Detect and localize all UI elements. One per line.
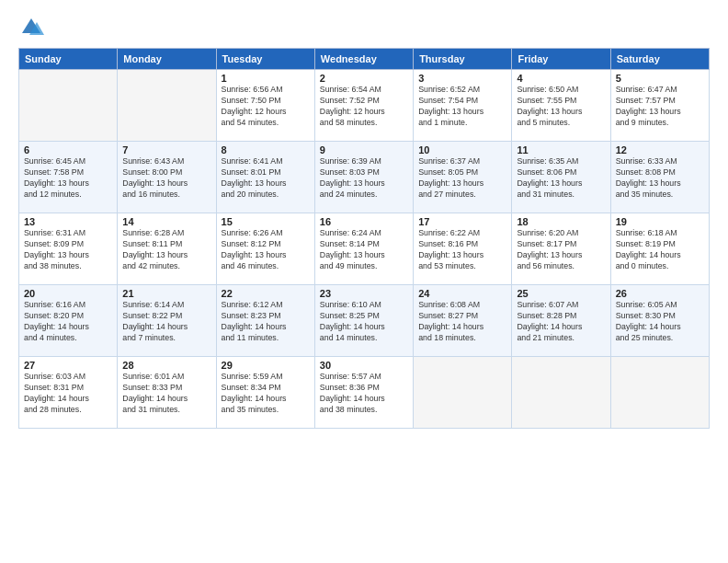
day-cell: 27Sunrise: 6:03 AM Sunset: 8:31 PM Dayli… [19,357,118,429]
day-info: Sunrise: 6:41 AM Sunset: 8:01 PM Dayligh… [222,156,310,201]
day-info: Sunrise: 6:45 AM Sunset: 7:58 PM Dayligh… [24,156,112,201]
day-cell: 18Sunrise: 6:20 AM Sunset: 8:17 PM Dayli… [512,213,610,285]
day-cell: 7Sunrise: 6:43 AM Sunset: 8:00 PM Daylig… [118,142,216,213]
day-cell: 6Sunrise: 6:45 AM Sunset: 7:58 PM Daylig… [19,142,118,213]
week-row-4: 20Sunrise: 6:16 AM Sunset: 8:20 PM Dayli… [19,285,710,357]
day-cell: 21Sunrise: 6:14 AM Sunset: 8:22 PM Dayli… [118,285,216,357]
day-info: Sunrise: 6:08 AM Sunset: 8:27 PM Dayligh… [418,300,506,344]
day-cell: 11Sunrise: 6:35 AM Sunset: 8:06 PM Dayli… [512,142,610,213]
day-cell: 29Sunrise: 5:59 AM Sunset: 8:34 PM Dayli… [216,357,314,429]
day-info: Sunrise: 6:56 AM Sunset: 7:50 PM Dayligh… [222,85,310,129]
day-number: 14 [122,216,210,227]
day-number: 13 [24,216,112,227]
weekday-friday: Friday [512,49,610,70]
day-number: 30 [320,360,408,371]
weekday-header-row: SundayMondayTuesdayWednesdayThursdayFrid… [19,49,710,70]
day-number: 22 [222,288,310,299]
day-cell: 30Sunrise: 5:57 AM Sunset: 8:36 PM Dayli… [314,357,413,429]
day-cell: 26Sunrise: 6:05 AM Sunset: 8:30 PM Dayli… [610,285,709,357]
day-info: Sunrise: 6:05 AM Sunset: 8:30 PM Dayligh… [616,300,704,344]
day-cell [414,357,512,429]
logo [18,15,48,40]
day-info: Sunrise: 6:22 AM Sunset: 8:16 PM Dayligh… [418,228,506,272]
day-info: Sunrise: 6:18 AM Sunset: 8:19 PM Dayligh… [616,228,704,272]
day-number: 8 [222,144,310,155]
day-cell [19,70,118,142]
day-number: 19 [616,216,704,227]
day-info: Sunrise: 6:01 AM Sunset: 8:33 PM Dayligh… [122,372,210,416]
day-number: 16 [320,216,408,227]
day-cell: 4Sunrise: 6:50 AM Sunset: 7:55 PM Daylig… [512,70,610,142]
day-cell: 16Sunrise: 6:24 AM Sunset: 8:14 PM Dayli… [314,213,413,285]
day-info: Sunrise: 6:24 AM Sunset: 8:14 PM Dayligh… [320,228,408,272]
day-number: 23 [320,288,408,299]
day-number: 24 [418,288,506,299]
day-cell: 14Sunrise: 6:28 AM Sunset: 8:11 PM Dayli… [118,213,216,285]
day-number: 27 [24,360,112,371]
day-cell: 8Sunrise: 6:41 AM Sunset: 8:01 PM Daylig… [216,142,314,213]
weekday-sunday: Sunday [19,49,118,70]
day-info: Sunrise: 6:47 AM Sunset: 7:57 PM Dayligh… [616,85,704,129]
day-number: 4 [517,73,605,84]
day-cell: 1Sunrise: 6:56 AM Sunset: 7:50 PM Daylig… [216,70,314,142]
day-info: Sunrise: 6:39 AM Sunset: 8:03 PM Dayligh… [320,156,408,201]
day-number: 15 [222,216,310,227]
day-number: 25 [517,288,605,299]
day-cell: 9Sunrise: 6:39 AM Sunset: 8:03 PM Daylig… [314,142,413,213]
day-cell: 3Sunrise: 6:52 AM Sunset: 7:54 PM Daylig… [414,70,512,142]
day-number: 2 [320,73,408,84]
day-info: Sunrise: 6:31 AM Sunset: 8:09 PM Dayligh… [24,228,112,272]
day-info: Sunrise: 6:54 AM Sunset: 7:52 PM Dayligh… [320,85,408,129]
day-number: 10 [418,144,506,155]
day-number: 20 [24,288,112,299]
day-cell: 13Sunrise: 6:31 AM Sunset: 8:09 PM Dayli… [19,213,118,285]
day-number: 6 [24,144,112,155]
day-number: 9 [320,144,408,155]
day-cell: 15Sunrise: 6:26 AM Sunset: 8:12 PM Dayli… [216,213,314,285]
week-row-3: 13Sunrise: 6:31 AM Sunset: 8:09 PM Dayli… [19,213,710,285]
day-number: 29 [222,360,310,371]
day-cell: 23Sunrise: 6:10 AM Sunset: 8:25 PM Dayli… [314,285,413,357]
day-info: Sunrise: 6:37 AM Sunset: 8:05 PM Dayligh… [418,156,506,201]
day-cell: 17Sunrise: 6:22 AM Sunset: 8:16 PM Dayli… [414,213,512,285]
day-info: Sunrise: 6:26 AM Sunset: 8:12 PM Dayligh… [222,228,310,272]
week-row-2: 6Sunrise: 6:45 AM Sunset: 7:58 PM Daylig… [19,142,710,213]
day-info: Sunrise: 6:16 AM Sunset: 8:20 PM Dayligh… [24,300,112,344]
day-number: 1 [222,73,310,84]
day-info: Sunrise: 5:59 AM Sunset: 8:34 PM Dayligh… [222,372,310,416]
day-number: 26 [616,288,704,299]
weekday-saturday: Saturday [610,49,709,70]
day-number: 11 [517,144,605,155]
day-number: 21 [122,288,210,299]
day-info: Sunrise: 6:52 AM Sunset: 7:54 PM Dayligh… [418,85,506,129]
day-number: 12 [616,144,704,155]
day-info: Sunrise: 6:35 AM Sunset: 8:06 PM Dayligh… [517,156,605,201]
weekday-tuesday: Tuesday [216,49,314,70]
week-row-5: 27Sunrise: 6:03 AM Sunset: 8:31 PM Dayli… [19,357,710,429]
week-row-1: 1Sunrise: 6:56 AM Sunset: 7:50 PM Daylig… [19,70,710,142]
calendar-table: SundayMondayTuesdayWednesdayThursdayFrid… [18,48,710,429]
day-info: Sunrise: 6:33 AM Sunset: 8:08 PM Dayligh… [616,156,704,201]
day-info: Sunrise: 6:10 AM Sunset: 8:25 PM Dayligh… [320,300,408,344]
day-info: Sunrise: 6:50 AM Sunset: 7:55 PM Dayligh… [517,85,605,129]
day-number: 17 [418,216,506,227]
page: SundayMondayTuesdayWednesdayThursdayFrid… [0,0,728,563]
day-info: Sunrise: 6:12 AM Sunset: 8:23 PM Dayligh… [222,300,310,344]
day-number: 3 [418,73,506,84]
day-info: Sunrise: 6:07 AM Sunset: 8:28 PM Dayligh… [517,300,605,344]
day-info: Sunrise: 6:03 AM Sunset: 8:31 PM Dayligh… [24,372,112,416]
day-cell: 28Sunrise: 6:01 AM Sunset: 8:33 PM Dayli… [118,357,216,429]
day-cell: 12Sunrise: 6:33 AM Sunset: 8:08 PM Dayli… [610,142,709,213]
header [18,15,710,40]
day-cell [118,70,216,142]
weekday-monday: Monday [118,49,216,70]
day-cell: 5Sunrise: 6:47 AM Sunset: 7:57 PM Daylig… [610,70,709,142]
day-info: Sunrise: 6:28 AM Sunset: 8:11 PM Dayligh… [122,228,210,272]
weekday-thursday: Thursday [414,49,512,70]
day-info: Sunrise: 6:20 AM Sunset: 8:17 PM Dayligh… [517,228,605,272]
day-cell [610,357,709,429]
day-cell: 10Sunrise: 6:37 AM Sunset: 8:05 PM Dayli… [414,142,512,213]
day-cell: 22Sunrise: 6:12 AM Sunset: 8:23 PM Dayli… [216,285,314,357]
day-info: Sunrise: 6:14 AM Sunset: 8:22 PM Dayligh… [122,300,210,344]
day-info: Sunrise: 6:43 AM Sunset: 8:00 PM Dayligh… [122,156,210,201]
